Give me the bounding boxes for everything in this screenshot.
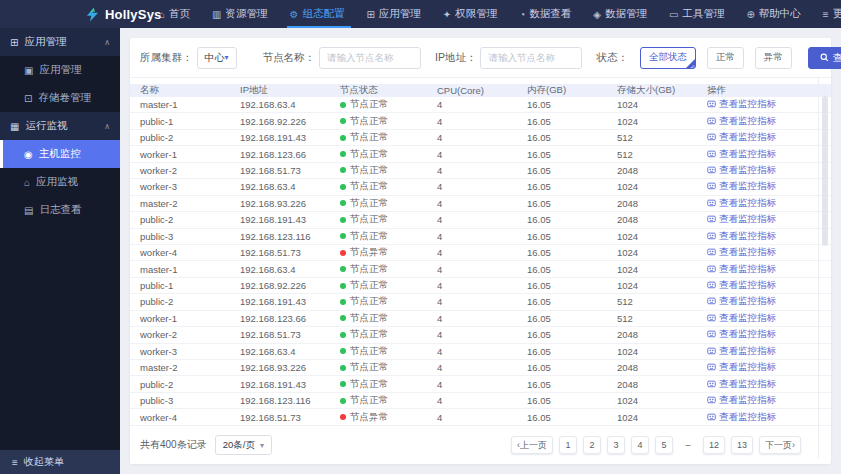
status-filter-button[interactable]: 全部状态 <box>640 47 696 69</box>
view-metrics-link[interactable]: 查看监控指标 <box>707 394 831 407</box>
table-row: master-1 192.168.63.4 节点正常 4 16.05 1024 <box>130 97 831 113</box>
top-nav-item[interactable]: ⌂ 首页 <box>150 0 203 28</box>
sidebar-item[interactable]: ▤ 日志查看 <box>0 196 120 224</box>
status-text: 节点正常 <box>350 394 388 407</box>
table-row: public-3 192.168.123.116 节点正常 4 16.05 10… <box>130 393 831 409</box>
view-metrics-link[interactable]: 查看监控指标 <box>707 98 831 111</box>
top-nav-item[interactable]: ◔ 数据查看 <box>510 0 584 28</box>
page-button[interactable]: 13 <box>731 436 753 454</box>
cell-memory: 16.05 <box>527 181 617 192</box>
cell-storage: 2048 <box>617 329 707 340</box>
scrollbar-thumb[interactable] <box>822 96 828 246</box>
cluster-select[interactable]: 中心 ▾ <box>197 47 237 69</box>
cell-name: worker-1 <box>140 313 240 324</box>
table-header: 名称 IP地址 节点状态 CPU(Core) 内存(GB) 存储大小(GB) 操… <box>130 84 831 97</box>
view-metrics-label: 查看监控指标 <box>719 279 776 292</box>
view-metrics-link[interactable]: 查看监控指标 <box>707 279 831 292</box>
search-button[interactable]: 查询 <box>808 47 841 69</box>
cell-node-status: 节点正常 <box>340 312 437 325</box>
status-filter-button[interactable]: 异常 <box>755 47 792 69</box>
view-metrics-link[interactable]: 查看监控指标 <box>707 131 831 144</box>
cell-cpu: 4 <box>437 181 527 192</box>
page-button[interactable]: 3 <box>607 436 625 454</box>
cell-ip: 192.168.191.43 <box>240 214 340 225</box>
page-button[interactable]: 12 <box>703 436 725 454</box>
view-metrics-link[interactable]: 查看监控指标 <box>707 180 831 193</box>
status-filter-button[interactable]: 正常 <box>707 47 744 69</box>
view-metrics-label: 查看监控指标 <box>719 328 776 341</box>
page-button[interactable]: 1 <box>559 436 577 454</box>
ip-input[interactable] <box>480 47 582 69</box>
page-button[interactable]: 下一页› <box>759 436 801 454</box>
top-nav-item-label: 工具管理 <box>682 7 724 21</box>
view-metrics-link[interactable]: 查看监控指标 <box>707 345 831 358</box>
cell-storage: 1024 <box>617 412 707 423</box>
table-row: public-1 192.168.92.226 节点正常 4 16.05 102… <box>130 278 831 294</box>
view-metrics-link[interactable]: 查看监控指标 <box>707 246 831 259</box>
cell-name: public-2 <box>140 214 240 225</box>
page-button[interactable]: 4 <box>631 436 649 454</box>
view-metrics-link[interactable]: 查看监控指标 <box>707 361 831 374</box>
status-dot-icon <box>340 283 346 289</box>
page-button[interactable]: 2 <box>583 436 601 454</box>
cell-memory: 16.05 <box>527 231 617 242</box>
cell-ip: 192.168.92.226 <box>240 116 340 127</box>
cell-node-status: 节点正常 <box>340 164 437 177</box>
cell-node-status: 节点正常 <box>340 180 437 193</box>
sidebar-item[interactable]: ⊞ 应用管理 ∧ <box>0 28 120 56</box>
page-button[interactable]: 5 <box>655 436 673 454</box>
top-nav-item[interactable]: ✦ 权限管理 <box>434 0 510 28</box>
top-nav-item[interactable]: ⊕ 帮助中心 <box>737 0 813 28</box>
top-nav-item[interactable]: ▥ 资源管理 <box>203 0 280 28</box>
sidebar-item[interactable]: ▣ 应用管理 <box>0 56 120 84</box>
cell-name: worker-2 <box>140 329 240 340</box>
view-metrics-link[interactable]: 查看监控指标 <box>707 328 831 341</box>
view-metrics-link[interactable]: 查看监控指标 <box>707 213 831 226</box>
top-nav-item[interactable]: ▭ 工具管理 <box>660 0 737 28</box>
sidebar-item[interactable]: ▦ 运行监视 ∧ <box>0 112 120 140</box>
sidebar-item[interactable]: ◉ 主机监控 <box>0 140 120 168</box>
cell-name: worker-4 <box>140 412 240 423</box>
status-text: 节点异常 <box>350 411 388 424</box>
status-dot-icon <box>340 200 346 206</box>
page-size-select[interactable]: 20条/页 ▾ <box>215 435 272 455</box>
view-metrics-link[interactable]: 查看监控指标 <box>707 312 831 325</box>
status-text: 节点正常 <box>350 312 388 325</box>
top-nav-item[interactable]: ⚙ 组态配置 <box>281 0 358 28</box>
chart-monitor-icon <box>707 265 716 274</box>
view-metrics-link[interactable]: 查看监控指标 <box>707 197 831 210</box>
status-dot-icon <box>340 102 346 108</box>
view-metrics-link[interactable]: 查看监控指标 <box>707 411 831 424</box>
view-metrics-link[interactable]: 查看监控指标 <box>707 115 831 128</box>
node-name-input[interactable] <box>319 47 421 69</box>
cell-memory: 16.05 <box>527 313 617 324</box>
cell-memory: 16.05 <box>527 99 617 110</box>
view-metrics-link[interactable]: 查看监控指标 <box>707 263 831 276</box>
cell-storage: 1024 <box>617 99 707 110</box>
top-nav: HollySys ⌂ 首页 ▥ 资源管理 ⚙ 组态配置 ⊞ <box>0 0 841 28</box>
view-metrics-link[interactable]: 查看监控指标 <box>707 148 831 161</box>
cell-cpu: 4 <box>437 99 527 110</box>
sidebar-item[interactable]: ⊡ 存储卷管理 <box>0 84 120 112</box>
table-row: public-3 192.168.123.116 节点正常 4 16.05 10… <box>130 229 831 245</box>
collapse-menu-button[interactable]: ≡ 收起菜单 <box>0 450 120 474</box>
cell-node-status: 节点正常 <box>340 361 437 374</box>
cell-name: public-1 <box>140 280 240 291</box>
ip-label: IP地址： <box>435 51 476 65</box>
view-metrics-link[interactable]: 查看监控指标 <box>707 295 831 308</box>
view-metrics-link[interactable]: 查看监控指标 <box>707 378 831 391</box>
page-button[interactable]: – <box>679 436 697 454</box>
view-metrics-link[interactable]: 查看监控指标 <box>707 164 831 177</box>
status-text: 节点正常 <box>350 295 388 308</box>
status-text: 节点正常 <box>350 328 388 341</box>
cell-ip: 192.168.191.43 <box>240 296 340 307</box>
page-button[interactable]: ‹上一页 <box>511 436 553 454</box>
cell-node-status: 节点正常 <box>340 263 437 276</box>
status-text: 节点正常 <box>350 361 388 374</box>
sidebar-item[interactable]: ⌂ 应用监视 <box>0 168 120 196</box>
top-nav-item[interactable]: ≡ 更多 ▾ <box>814 0 841 28</box>
view-metrics-link[interactable]: 查看监控指标 <box>707 230 831 243</box>
top-nav-item[interactable]: ◈ 数据管理 <box>584 0 660 28</box>
top-nav-item[interactable]: ⊞ 应用管理 <box>357 0 433 28</box>
status-text: 节点正常 <box>350 279 388 292</box>
